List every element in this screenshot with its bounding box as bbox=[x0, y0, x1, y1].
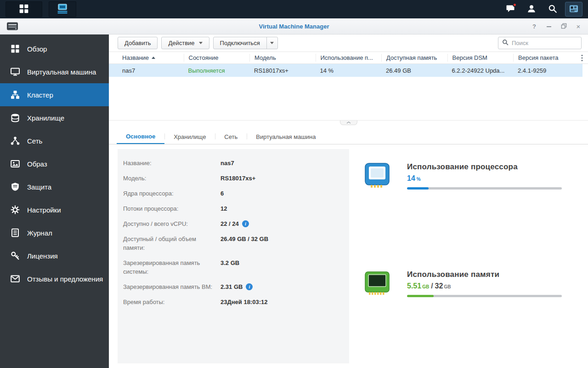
field-value: 12 bbox=[220, 204, 227, 213]
sidebar-item-label: Настройки bbox=[27, 206, 61, 214]
memory-icon bbox=[364, 270, 390, 296]
memory-usage-block: Использование памяти 5.51 GB / 32 GB bbox=[364, 270, 562, 297]
detail-field: Ядра процессора: 6 bbox=[123, 186, 342, 201]
action-button[interactable]: Действие bbox=[161, 37, 209, 49]
feedback-icon bbox=[10, 274, 20, 284]
taskbar-right bbox=[502, 2, 582, 17]
license-icon bbox=[10, 251, 20, 261]
field-value: RS18017xs+ bbox=[220, 174, 255, 183]
sidebar-item-cluster[interactable]: Кластер bbox=[0, 83, 109, 106]
image-icon bbox=[10, 159, 20, 169]
connect-split-button: Подключиться bbox=[213, 37, 278, 49]
sidebar-item-network[interactable]: Сеть bbox=[0, 129, 109, 152]
sidebar-item-label: Образ bbox=[27, 160, 47, 168]
cpu-usage-body: Использование процессора 14 % bbox=[407, 162, 562, 190]
user-menu-button[interactable] bbox=[523, 2, 540, 17]
sidebar: Обзор Виртуальная машина Кластер Хранили… bbox=[0, 34, 109, 368]
sidebar-item-overview[interactable]: Обзор bbox=[0, 37, 109, 60]
main-menu-icon bbox=[19, 4, 29, 15]
column-header-name[interactable]: Название bbox=[118, 54, 184, 62]
field-label: Название: bbox=[123, 159, 220, 167]
minimize-button[interactable] bbox=[543, 21, 555, 32]
search-box bbox=[498, 37, 582, 49]
sort-ascending-icon bbox=[152, 57, 155, 59]
tab-virtual-machine[interactable]: Виртуальная машина bbox=[247, 130, 325, 144]
tab-storage[interactable]: Хранилище bbox=[164, 130, 215, 144]
chevron-down-icon bbox=[199, 42, 203, 44]
cpu-icon bbox=[364, 162, 390, 189]
field-label: Потоки процессора: bbox=[123, 204, 220, 213]
column-header-label: Версия DSM bbox=[452, 54, 487, 61]
sidebar-item-protection[interactable]: Защита bbox=[0, 175, 109, 198]
cpu-usage-block: Использование процессора 14 % bbox=[364, 162, 562, 190]
detail-field: Доступно / всего vCPU: 22 / 24 bbox=[123, 216, 342, 231]
overview-icon bbox=[10, 44, 20, 54]
notifications-button[interactable] bbox=[502, 2, 519, 17]
detail-field: Зарезервированная память системы: 3.2 GB bbox=[123, 255, 342, 279]
cell-package-version: 2.4.1-9259 bbox=[513, 67, 579, 74]
search-input[interactable] bbox=[512, 40, 577, 46]
virtual-machine-icon bbox=[10, 67, 20, 77]
main-menu-button[interactable] bbox=[6, 1, 42, 17]
detail-field: Модель: RS18017xs+ bbox=[123, 171, 342, 186]
vmm-window: Virtual Machine Manager ? × Обзор Вир bbox=[0, 18, 588, 368]
add-button[interactable]: Добавить bbox=[118, 37, 158, 49]
column-header-package-version[interactable]: Версия пакета bbox=[513, 54, 579, 62]
column-header-state[interactable]: Состояние bbox=[184, 54, 250, 62]
cpu-usage-title: Использование процессора bbox=[407, 162, 562, 172]
field-value-text: 2.31 GB bbox=[220, 282, 243, 291]
sidebar-item-label: Лицензия bbox=[27, 252, 58, 260]
close-button[interactable]: × bbox=[572, 21, 584, 32]
user-icon bbox=[527, 4, 536, 15]
sidebar-item-label: Сеть bbox=[27, 137, 42, 145]
sidebar-item-label: Обзор bbox=[27, 45, 47, 53]
sidebar-item-log[interactable]: Журнал bbox=[0, 221, 109, 244]
protection-icon bbox=[10, 182, 20, 192]
settings-icon bbox=[10, 205, 20, 215]
cpu-usage-unit: % bbox=[417, 177, 421, 182]
column-header-cpu-usage[interactable]: Использование п... bbox=[316, 54, 382, 62]
memory-total-unit: GB bbox=[444, 284, 451, 289]
minimize-icon bbox=[547, 26, 551, 27]
field-label: Зарезервированная память системы: bbox=[123, 259, 220, 276]
field-label: Время работы: bbox=[123, 298, 220, 306]
connect-dropdown-button[interactable] bbox=[266, 37, 277, 49]
column-header-dsm-version[interactable]: Версия DSM bbox=[447, 54, 514, 62]
column-header-model[interactable]: Модель bbox=[249, 54, 316, 62]
help-button[interactable]: ? bbox=[528, 21, 540, 32]
column-settings-button[interactable] bbox=[578, 52, 586, 64]
field-label: Ядра процессора: bbox=[123, 189, 220, 198]
sidebar-item-license[interactable]: Лицензия bbox=[0, 244, 109, 267]
collapse-handle[interactable] bbox=[340, 121, 357, 125]
info-icon[interactable] bbox=[242, 220, 249, 227]
field-value: 22 / 24 bbox=[220, 219, 249, 228]
search-icon bbox=[548, 4, 557, 15]
maximize-icon bbox=[561, 23, 567, 30]
sidebar-item-storage[interactable]: Хранилище bbox=[0, 106, 109, 129]
vmm-taskbar-button[interactable] bbox=[49, 1, 76, 17]
field-label: Доступно / всего vCPU: bbox=[123, 219, 220, 228]
cell-state status-badge: Выполняется bbox=[184, 67, 250, 74]
sidebar-item-settings[interactable]: Настройки bbox=[0, 198, 109, 221]
column-header-available-memory[interactable]: Доступная память bbox=[381, 54, 447, 62]
detail-field: Название: nas7 bbox=[123, 155, 342, 171]
cell-dsm-version: 6.2.2-24922 Upda... bbox=[447, 67, 514, 74]
memory-used-number: 5.51 bbox=[407, 282, 421, 290]
maximize-button[interactable] bbox=[558, 21, 570, 32]
tab-general[interactable]: Основное bbox=[117, 130, 164, 144]
info-icon[interactable] bbox=[246, 283, 253, 290]
table-row[interactable]: nas7 Выполняется RS18017xs+ 14 % 26.49 G… bbox=[109, 64, 582, 77]
cpu-usage-bar-fill bbox=[407, 187, 429, 190]
search-taskbar-button[interactable] bbox=[544, 2, 561, 17]
memory-usage-title: Использование памяти bbox=[407, 270, 562, 279]
sidebar-item-virtual-machine[interactable]: Виртуальная машина bbox=[0, 60, 109, 83]
memory-usage-body: Использование памяти 5.51 GB / 32 GB bbox=[407, 270, 562, 297]
pilot-view-button[interactable] bbox=[565, 2, 582, 17]
connect-button[interactable]: Подключиться bbox=[214, 37, 266, 49]
tab-network[interactable]: Сеть bbox=[215, 130, 247, 144]
window-controls: ? × bbox=[528, 18, 584, 34]
column-header-label: Использование п... bbox=[321, 54, 373, 61]
cluster-icon bbox=[10, 90, 20, 100]
sidebar-item-feedback[interactable]: Отзывы и предложения bbox=[0, 267, 109, 290]
sidebar-item-image[interactable]: Образ bbox=[0, 152, 109, 175]
